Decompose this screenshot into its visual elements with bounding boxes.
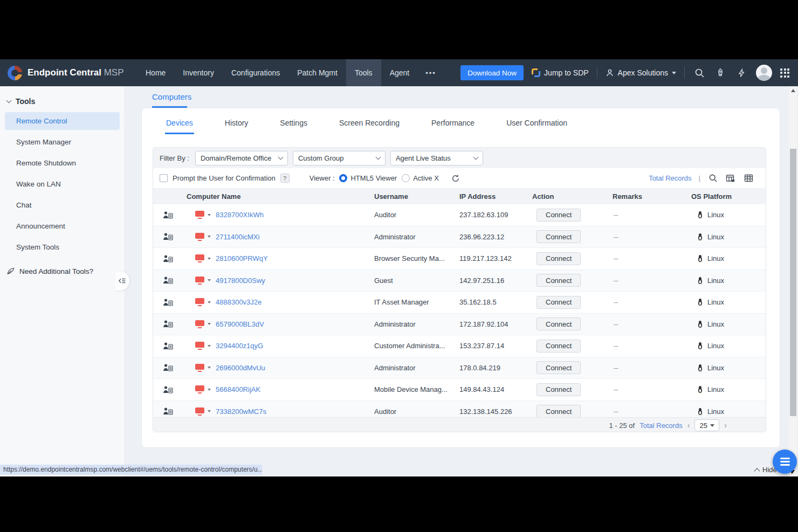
apps-grid-icon[interactable]	[780, 68, 789, 78]
nav-item-home[interactable]: Home	[137, 59, 174, 86]
next-page-icon[interactable]: ›	[724, 422, 727, 429]
computer-name-link[interactable]: 3294400z1qyG	[216, 342, 263, 350]
sidebar-item-remote-shutdown[interactable]: Remote Shutdown	[5, 154, 120, 172]
radio-activex[interactable]: Active X	[402, 174, 439, 182]
chevron-down-icon[interactable]	[208, 279, 211, 281]
connect-button[interactable]: Connect	[536, 405, 581, 417]
user-details-icon[interactable]	[153, 320, 184, 328]
computer-name-link[interactable]: 6579000BL3dV	[216, 320, 264, 328]
sidebar-collapse-handle[interactable]	[115, 271, 130, 291]
brand[interactable]: Endpoint Central MSP	[0, 66, 137, 80]
table-search-icon[interactable]	[707, 173, 718, 184]
col-computer-name[interactable]: Computer Name	[184, 192, 368, 201]
connect-button[interactable]: Connect	[536, 361, 581, 374]
sidebar-item-announcement[interactable]: Announcement	[5, 217, 120, 235]
radio-html5-viewer[interactable]: HTML5 Viewer	[339, 174, 397, 182]
connect-button[interactable]: Connect	[536, 209, 581, 222]
user-details-icon[interactable]	[153, 363, 184, 372]
domain-filter-select[interactable]: Domain/Remote Office	[195, 151, 288, 165]
remote-monitor-icon[interactable]	[195, 407, 204, 416]
sidebar-section-tools[interactable]: Tools	[0, 86, 125, 112]
column-settings-icon[interactable]	[725, 173, 736, 184]
nav-item-configurations[interactable]: Configurations	[223, 59, 288, 86]
agent-live-status-select[interactable]: Agent Live Status	[390, 151, 483, 165]
vertical-scrollbar[interactable]	[789, 86, 797, 476]
page-size-select[interactable]: 25	[694, 419, 719, 431]
chevron-down-icon[interactable]	[208, 214, 211, 216]
refresh-icon[interactable]	[450, 173, 461, 184]
account-menu[interactable]: Apex Solutions	[606, 68, 676, 77]
table-view-icon[interactable]	[743, 173, 754, 184]
remote-monitor-icon[interactable]	[195, 320, 204, 328]
computer-name-link[interactable]: 7338200wMC7s	[216, 407, 266, 416]
avatar[interactable]	[756, 65, 772, 81]
remote-monitor-icon[interactable]	[195, 364, 204, 372]
remote-monitor-icon[interactable]	[195, 298, 204, 306]
user-details-icon[interactable]	[153, 385, 184, 394]
nav-item-agent[interactable]: Agent	[381, 59, 418, 86]
prev-page-icon[interactable]: ‹	[687, 422, 690, 429]
remote-monitor-icon[interactable]	[195, 254, 204, 262]
remote-monitor-icon[interactable]	[195, 211, 204, 219]
computer-name-link[interactable]: 2696000dMvUu	[216, 364, 265, 372]
page-tab-computers[interactable]: Computers	[152, 92, 191, 101]
prompt-user-checkbox[interactable]	[160, 174, 168, 182]
nav-item-inventory[interactable]: Inventory	[174, 59, 223, 86]
user-details-icon[interactable]	[153, 254, 184, 263]
chevron-down-icon[interactable]	[208, 367, 211, 369]
nav-item-patch-mgmt[interactable]: Patch Mgmt	[288, 59, 346, 86]
tab-performance[interactable]: Performance	[430, 108, 476, 134]
col-username[interactable]: Username	[368, 192, 453, 201]
floating-menu-button[interactable]	[773, 450, 797, 474]
user-details-icon[interactable]	[153, 276, 184, 285]
jump-to-sdp-button[interactable]: Jump to SDP	[532, 68, 588, 77]
computer-name-link[interactable]: 2711400icMXi	[216, 233, 259, 241]
connect-button[interactable]: Connect	[536, 383, 581, 396]
nav-item-tools[interactable]: Tools	[346, 59, 381, 86]
tab-screen-recording[interactable]: Screen Recording	[338, 108, 401, 134]
connect-button[interactable]: Connect	[536, 274, 581, 287]
user-details-icon[interactable]	[153, 342, 184, 350]
custom-group-select[interactable]: Custom Group	[293, 151, 386, 165]
chevron-down-icon[interactable]	[208, 301, 211, 303]
tab-user-confirmation[interactable]: User Confirmation	[505, 108, 568, 134]
computer-name-link[interactable]: 8328700XIkWh	[216, 211, 264, 219]
col-os-platform[interactable]: OS Platform	[685, 192, 766, 201]
rocket-icon[interactable]	[714, 66, 727, 79]
connect-button[interactable]: Connect	[536, 340, 581, 353]
sidebar-item-remote-control[interactable]: Remote Control	[5, 112, 120, 130]
computer-name-link[interactable]: 4917800D0Swy	[216, 277, 265, 285]
more-menu-icon[interactable]: •••	[418, 59, 444, 86]
user-details-icon[interactable]	[153, 298, 184, 307]
sidebar-item-wake-on-lan[interactable]: Wake on LAN	[5, 175, 120, 193]
connect-button[interactable]: Connect	[536, 296, 581, 309]
need-additional-tools-link[interactable]: Need Additional Tools?	[0, 259, 125, 275]
col-ip-address[interactable]: IP Address	[453, 192, 526, 201]
remote-monitor-icon[interactable]	[195, 385, 204, 393]
tab-devices[interactable]: Devices	[165, 108, 194, 134]
connect-button[interactable]: Connect	[536, 252, 581, 265]
help-badge[interactable]: ?	[280, 174, 290, 183]
chevron-down-icon[interactable]	[208, 258, 211, 260]
remote-monitor-icon[interactable]	[195, 233, 204, 241]
chevron-down-icon[interactable]	[208, 345, 211, 347]
scrollbar-thumb[interactable]	[790, 149, 796, 416]
computer-name-link[interactable]: 2810600PRWqY	[216, 254, 268, 262]
remote-monitor-icon[interactable]	[195, 342, 204, 350]
user-details-icon[interactable]	[153, 407, 184, 416]
total-records-link[interactable]: Total Records	[649, 174, 691, 182]
remote-monitor-icon[interactable]	[195, 277, 204, 285]
user-details-icon[interactable]	[153, 211, 184, 219]
chevron-down-icon[interactable]	[208, 389, 211, 391]
scroll-up-arrow-icon[interactable]	[791, 89, 795, 92]
lightning-icon[interactable]	[735, 66, 748, 79]
sidebar-item-chat[interactable]: Chat	[5, 196, 120, 214]
chevron-down-icon[interactable]	[208, 410, 211, 412]
tab-history[interactable]: History	[224, 108, 250, 134]
computer-name-link[interactable]: 5668400RijAK	[216, 385, 260, 393]
tab-settings[interactable]: Settings	[279, 108, 308, 134]
computer-name-link[interactable]: 4888300v3J2e	[216, 298, 262, 306]
search-icon[interactable]	[693, 66, 706, 79]
connect-button[interactable]: Connect	[536, 230, 581, 243]
connect-button[interactable]: Connect	[536, 317, 581, 330]
